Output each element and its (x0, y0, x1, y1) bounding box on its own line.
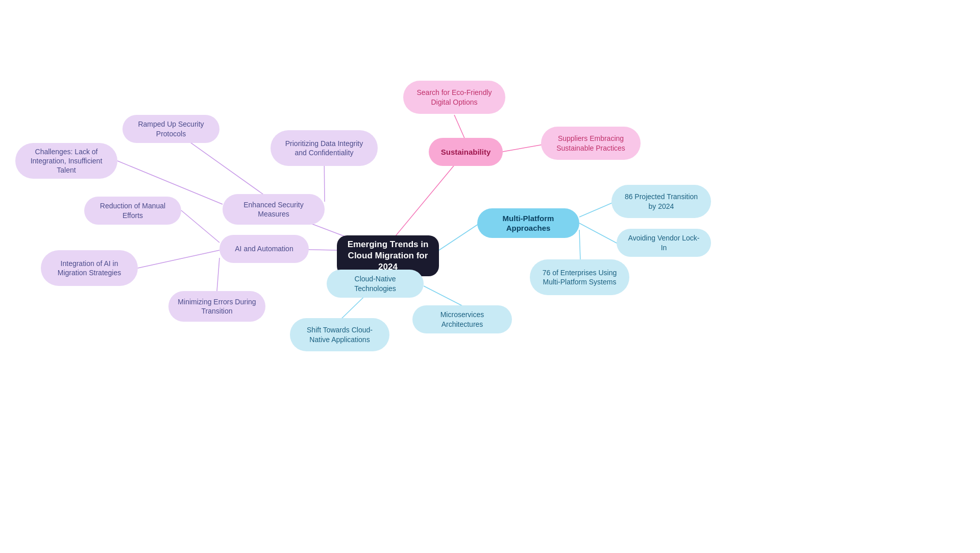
enhanced-security-label: Enhanced Security Measures (232, 200, 315, 219)
node-prioritizing: Prioritizing Data Integrity and Confiden… (271, 130, 378, 166)
svg-line-7 (217, 258, 219, 291)
prioritizing-label: Prioritizing Data Integrity and Confiden… (280, 139, 369, 157)
node-cloud-native-tech: Cloud-Native Technologies (327, 270, 424, 298)
node-integration-ai: Integration of AI in Migration Strategie… (41, 250, 138, 286)
ramped-security-label: Ramped Up Security Protocols (132, 119, 210, 138)
node-minimizing: Minimizing Errors During Transition (168, 291, 265, 322)
challenges-label: Challenges: Lack of Integration, Insuffi… (24, 147, 108, 175)
minimizing-label: Minimizing Errors During Transition (178, 297, 256, 316)
svg-line-14 (439, 223, 480, 250)
node-reduction: Reduction of Manual Efforts (84, 197, 181, 225)
node-microservices: Microservices Architectures (412, 305, 512, 333)
node-enterprises-76: 76 of Enterprises Using Multi-Platform S… (530, 259, 629, 295)
cloud-native-tech-label: Cloud-Native Technologies (336, 274, 414, 293)
enterprises-76-label: 76 of Enterprises Using Multi-Platform S… (539, 268, 620, 286)
node-suppliers: Suppliers Embracing Sustainable Practice… (541, 127, 641, 160)
node-ai-automation: AI and Automation (219, 235, 309, 263)
center-label: Emerging Trends in Cloud Migration for 2… (346, 239, 430, 273)
node-projected-86: 86 Projected Transition by 2024 (611, 185, 711, 218)
svg-line-13 (424, 286, 463, 306)
ai-automation-label: AI and Automation (235, 244, 293, 253)
eco-friendly-label: Search for Eco-Friendly Digital Options (412, 88, 496, 106)
node-multi-platform: Multi-Platform Approaches (477, 208, 579, 238)
svg-line-5 (181, 210, 219, 243)
node-challenges: Challenges: Lack of Integration, Insuffi… (15, 143, 117, 179)
microservices-label: Microservices Architectures (422, 310, 503, 328)
svg-line-16 (579, 223, 618, 244)
shift-cloud-label: Shift Towards Cloud-Native Applications (299, 325, 380, 344)
reduction-label: Reduction of Manual Efforts (93, 201, 172, 220)
projected-86-label: 86 Projected Transition by 2024 (621, 192, 702, 210)
svg-line-10 (503, 144, 546, 152)
node-avoiding-lock: Avoiding Vendor Lock-In (617, 229, 711, 257)
node-eco-friendly: Search for Eco-Friendly Digital Options (403, 81, 505, 114)
node-enhanced-security: Enhanced Security Measures (223, 194, 325, 225)
avoiding-lock-label: Avoiding Vendor Lock-In (626, 233, 702, 252)
node-shift-cloud: Shift Towards Cloud-Native Applications (290, 318, 389, 351)
svg-line-17 (579, 230, 580, 260)
svg-line-15 (579, 203, 612, 217)
suppliers-label: Suppliers Embracing Sustainable Practice… (550, 134, 631, 152)
integration-ai-label: Integration of AI in Migration Strategie… (50, 259, 129, 277)
sustainability-label: Sustainability (441, 147, 491, 157)
svg-line-6 (138, 250, 219, 268)
node-sustainability: Sustainability (429, 138, 503, 166)
node-ramped-security: Ramped Up Security Protocols (122, 115, 219, 143)
svg-line-9 (454, 115, 465, 140)
multi-platform-label: Multi-Platform Approaches (486, 213, 570, 233)
